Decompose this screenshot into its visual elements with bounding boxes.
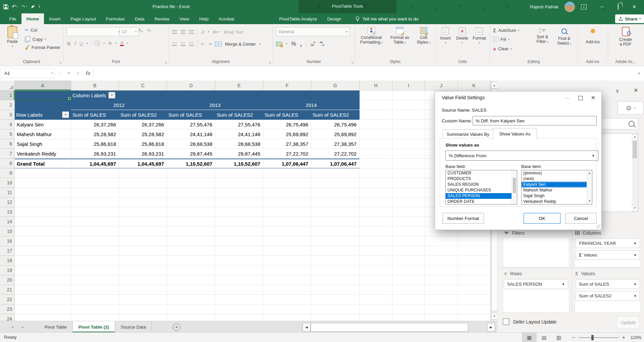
decrease-decimal-icon[interactable]: .00→.0: [319, 41, 324, 47]
base-item-scrollbar[interactable]: ▲ ▼: [587, 170, 592, 204]
cell-styles-button[interactable]: CellStyles ▾: [414, 27, 433, 45]
col-header-E[interactable]: E: [215, 80, 263, 91]
cell-C24[interactable]: [119, 314, 167, 321]
cell-C1[interactable]: [119, 91, 167, 100]
cell-G22[interactable]: [311, 295, 360, 304]
cell-I11[interactable]: [392, 188, 425, 197]
align-center-icon[interactable]: [180, 42, 185, 46]
cell-B15[interactable]: [71, 227, 119, 236]
cell-B20[interactable]: [71, 275, 119, 285]
font-dialog-launcher[interactable]: ↘: [165, 60, 167, 64]
cell-I7[interactable]: [392, 149, 425, 159]
cell-C21[interactable]: [119, 285, 167, 295]
cell-I14[interactable]: [392, 217, 425, 227]
cell-C6[interactable]: 25,86,618: [119, 139, 167, 149]
cell-F13[interactable]: [263, 207, 311, 217]
cell-I20[interactable]: [392, 275, 425, 285]
confirm-entry-icon[interactable]: ✓: [76, 70, 80, 76]
cell-J23[interactable]: [425, 304, 458, 314]
cell-E10[interactable]: [215, 178, 263, 188]
cell-E12[interactable]: [215, 197, 263, 207]
cell-J17[interactable]: [425, 246, 458, 256]
cell-D12[interactable]: [167, 197, 215, 207]
tell-me-box[interactable]: Tell me what you want to do: [355, 13, 419, 24]
copy-button[interactable]: Copy ▾: [25, 36, 46, 42]
underline-button[interactable]: U: [79, 41, 83, 46]
cell-H11[interactable]: [360, 188, 392, 197]
col-header-J[interactable]: J: [425, 80, 458, 91]
value-header-B3[interactable]: Sum of SALES: [71, 110, 119, 120]
cell-J24[interactable]: [425, 314, 458, 321]
col-header-D[interactable]: D: [167, 80, 215, 91]
cell-H20[interactable]: [360, 275, 392, 285]
tab-show-values-as[interactable]: Show Values As: [493, 128, 537, 139]
cell-A16[interactable]: [15, 236, 71, 246]
cell-I18[interactable]: [392, 256, 425, 266]
cell-F8[interactable]: 1,07,06,447: [263, 159, 311, 168]
align-top-icon[interactable]: [172, 30, 177, 34]
cell-K20[interactable]: [458, 275, 490, 285]
row-header-6[interactable]: 6: [0, 139, 15, 149]
cell-H16[interactable]: [360, 236, 392, 246]
cell-F17[interactable]: [263, 246, 311, 256]
accounting-format-icon[interactable]: [276, 42, 282, 46]
cell-K24[interactable]: [458, 314, 490, 321]
row-header-12[interactable]: 12: [0, 197, 15, 207]
cell-C12[interactable]: [119, 197, 167, 207]
value-header-F3[interactable]: Sum of SALES: [263, 110, 311, 120]
copy-dropdown-icon[interactable]: ▾: [45, 38, 46, 41]
cell-B22[interactable]: [71, 295, 119, 304]
cell-F6[interactable]: 27,38,357: [263, 139, 311, 149]
cell-B16[interactable]: [71, 236, 119, 246]
cell-B8[interactable]: 1,04,45,697: [71, 159, 119, 168]
italic-button[interactable]: I: [74, 40, 76, 46]
tab-summarize-values-by[interactable]: Summarize Values By: [442, 129, 493, 139]
font-size-combo[interactable]: 12▾: [119, 27, 139, 36]
ribbon-tab-formulas[interactable]: Formulas: [101, 13, 130, 24]
autosum-button[interactable]: Σ AutoSum ▾: [493, 27, 519, 33]
col-header-H[interactable]: H: [360, 80, 392, 91]
add-ins-button[interactable]: Add-ins: [581, 29, 604, 44]
cell-A1-selected[interactable]: [15, 91, 71, 100]
column-labels-filter-button[interactable]: ▾: [108, 92, 115, 99]
sheet-tab-pivot-table[interactable]: Pivot Table: [39, 321, 73, 333]
cell-D18[interactable]: [167, 256, 215, 266]
cell-K17[interactable]: [458, 246, 490, 256]
normal-view-icon[interactable]: ▦: [522, 333, 537, 342]
increase-indent-icon[interactable]: ⇥: [208, 42, 212, 47]
cell-E14[interactable]: [215, 217, 263, 227]
cut-button[interactable]: ✂ Cut: [25, 27, 37, 33]
cell-I22[interactable]: [392, 295, 425, 304]
sheet-tab-source-data[interactable]: Source Data: [115, 321, 152, 333]
format-painter-button[interactable]: Format Painter: [25, 45, 60, 50]
cell-C23[interactable]: [119, 304, 167, 314]
cell-D16[interactable]: [167, 236, 215, 246]
base-item-option[interactable]: (next): [522, 176, 592, 182]
cell-E19[interactable]: [215, 266, 263, 275]
pane-close-icon[interactable]: ✕: [634, 87, 638, 94]
cell-F15[interactable]: [263, 227, 311, 236]
share-button[interactable]: Share ▾: [615, 14, 644, 23]
year-header-2014[interactable]: 2014: [263, 100, 360, 110]
cell-E24[interactable]: [215, 314, 263, 321]
cell-H3[interactable]: [360, 110, 392, 120]
value-header-D3[interactable]: Sum of SALES: [167, 110, 215, 120]
cell-I17[interactable]: [392, 246, 425, 256]
row-header-10[interactable]: 10: [0, 178, 15, 188]
cell-E16[interactable]: [215, 236, 263, 246]
cell-G11[interactable]: [311, 188, 360, 197]
cell-G8[interactable]: 1,07,06,447: [311, 159, 360, 168]
cell-K19[interactable]: [458, 266, 490, 275]
pill-dropdown-icon[interactable]: ▼: [562, 283, 565, 286]
cell-F12[interactable]: [263, 197, 311, 207]
cell-D21[interactable]: [167, 285, 215, 295]
cell-E17[interactable]: [215, 246, 263, 256]
increase-decimal-icon[interactable]: ←.0.00: [310, 41, 315, 47]
cell-A10[interactable]: [15, 178, 71, 188]
col-header-B[interactable]: B: [71, 80, 119, 91]
fields-scroll-up-icon[interactable]: ▲: [632, 134, 638, 140]
sheet-nav-left-icon[interactable]: ◂: [11, 325, 13, 329]
ribbon-display-options-icon[interactable]: ▴: [581, 4, 591, 9]
col-header-C[interactable]: C: [119, 80, 167, 91]
row-header-7[interactable]: 7: [0, 149, 15, 159]
